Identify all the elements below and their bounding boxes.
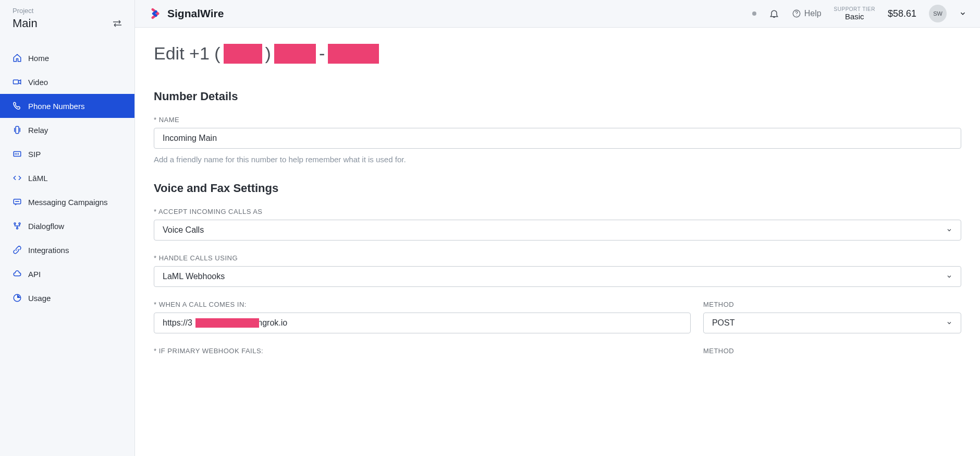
sidebar-item-label: Home <box>28 54 49 63</box>
project-label: Project <box>13 7 38 15</box>
home-icon <box>13 53 22 63</box>
row-fallback: * IF PRIMARY WEBHOOK FAILS: METHOD <box>154 347 961 359</box>
row-when-call: * WHEN A CALL COMES IN: METHOD POST <box>154 301 961 333</box>
chevron-down-icon <box>946 320 952 326</box>
help-label: Help <box>804 9 822 18</box>
help-icon <box>792 9 801 18</box>
relay-icon <box>13 125 22 135</box>
sidebar-item-home[interactable]: Home <box>0 46 134 70</box>
accept-select[interactable]: Voice Calls <box>154 220 961 241</box>
section-number-details: Number Details <box>154 90 961 103</box>
handle-select[interactable]: LaML Webhooks <box>154 266 961 287</box>
sidebar-item-label: Usage <box>28 294 51 303</box>
sidebar: Project Main Home Video Phone Numbers <box>0 0 135 456</box>
sidebar-item-label: SIP <box>28 150 41 159</box>
chart-icon <box>13 293 22 303</box>
sidebar-item-video[interactable]: Video <box>0 70 134 94</box>
sidebar-item-usage[interactable]: Usage <box>0 286 134 310</box>
svg-point-6 <box>17 227 18 229</box>
topbar: SignalWire Help SUPPORT TIER Basic $58.6… <box>135 0 980 28</box>
help-link[interactable]: Help <box>792 9 822 18</box>
phone-icon <box>13 101 22 111</box>
method-label-2: METHOD <box>703 347 961 355</box>
sidebar-item-label: Video <box>28 78 48 87</box>
sidebar-item-label: Integrations <box>28 246 69 255</box>
tier-value: Basic <box>845 12 864 21</box>
handle-value: LaML Webhooks <box>163 272 225 281</box>
main-area: SignalWire Help SUPPORT TIER Basic $58.6… <box>135 0 980 456</box>
when-call-label: * WHEN A CALL COMES IN: <box>154 301 691 308</box>
redacted-box <box>195 318 259 328</box>
sidebar-item-messaging[interactable]: Messaging Campaigns <box>0 190 134 214</box>
bell-icon[interactable] <box>769 8 779 19</box>
status-dot-icon <box>752 11 756 16</box>
svg-rect-0 <box>14 80 19 84</box>
tier-label: SUPPORT TIER <box>834 6 875 12</box>
logo-icon <box>149 7 162 20</box>
method-value: POST <box>712 318 735 328</box>
avatar[interactable]: SW <box>929 5 947 22</box>
redacted-box <box>274 44 316 64</box>
name-help-text: Add a friendly name for this number to h… <box>154 155 961 164</box>
svg-point-4 <box>14 223 16 224</box>
chevron-down-icon[interactable] <box>959 10 966 17</box>
sidebar-item-label: Phone Numbers <box>28 102 84 111</box>
handle-label: * HANDLE CALLS USING <box>154 254 961 262</box>
brand-name: SignalWire <box>167 7 224 20</box>
sidebar-item-relay[interactable]: Relay <box>0 118 134 142</box>
flow-icon <box>13 221 22 231</box>
sidebar-item-label: Messaging Campaigns <box>28 198 108 207</box>
sidebar-item-sip[interactable]: SIP <box>0 142 134 166</box>
method-label: METHOD <box>703 301 961 308</box>
field-handle-calls: * HANDLE CALLS USING LaML Webhooks <box>154 254 961 287</box>
sidebar-item-integrations[interactable]: Integrations <box>0 238 134 262</box>
chevron-down-icon <box>946 273 952 280</box>
link-icon <box>13 245 22 255</box>
fallback-label: * IF PRIMARY WEBHOOK FAILS: <box>154 347 691 355</box>
redacted-box <box>224 44 262 64</box>
section-voice-fax: Voice and Fax Settings <box>154 182 961 195</box>
sidebar-item-label: Dialogflow <box>28 222 64 231</box>
sidebar-item-phone-numbers[interactable]: Phone Numbers <box>0 94 134 118</box>
sidebar-nav: Home Video Phone Numbers Relay SIP <box>0 46 134 310</box>
sidebar-item-dialogflow[interactable]: Dialogflow <box>0 214 134 238</box>
project-name: Main <box>13 17 38 30</box>
svg-rect-1 <box>16 126 19 134</box>
project-selector[interactable]: Project Main <box>0 0 134 35</box>
camera-icon <box>13 77 22 87</box>
sip-icon <box>13 149 22 159</box>
redacted-box <box>328 44 379 64</box>
content: Edit +1 ( ) - Number Details * NAME Add … <box>135 28 980 456</box>
svg-point-5 <box>19 223 20 224</box>
sidebar-item-label: LāML <box>28 174 48 183</box>
code-icon <box>13 173 22 183</box>
chevron-down-icon <box>946 227 952 233</box>
name-label: * NAME <box>154 116 961 124</box>
swap-icon[interactable] <box>113 20 122 30</box>
page-title: Edit +1 ( ) - <box>154 43 961 64</box>
name-input[interactable] <box>154 128 961 149</box>
field-name: * NAME Add a friendly name for this numb… <box>154 116 961 164</box>
sidebar-item-laml[interactable]: LāML <box>0 166 134 190</box>
message-icon <box>13 197 22 207</box>
sidebar-item-label: API <box>28 270 41 279</box>
accept-label: * ACCEPT INCOMING CALLS AS <box>154 208 961 215</box>
sidebar-item-api[interactable]: API <box>0 262 134 286</box>
method-select[interactable]: POST <box>703 313 961 333</box>
accept-value: Voice Calls <box>163 225 204 235</box>
support-tier[interactable]: SUPPORT TIER Basic <box>834 6 875 21</box>
cloud-icon <box>13 269 22 279</box>
brand-logo[interactable]: SignalWire <box>149 7 224 20</box>
sidebar-item-label: Relay <box>28 126 48 135</box>
balance[interactable]: $58.61 <box>888 8 916 19</box>
field-accept-incoming: * ACCEPT INCOMING CALLS AS Voice Calls <box>154 208 961 241</box>
